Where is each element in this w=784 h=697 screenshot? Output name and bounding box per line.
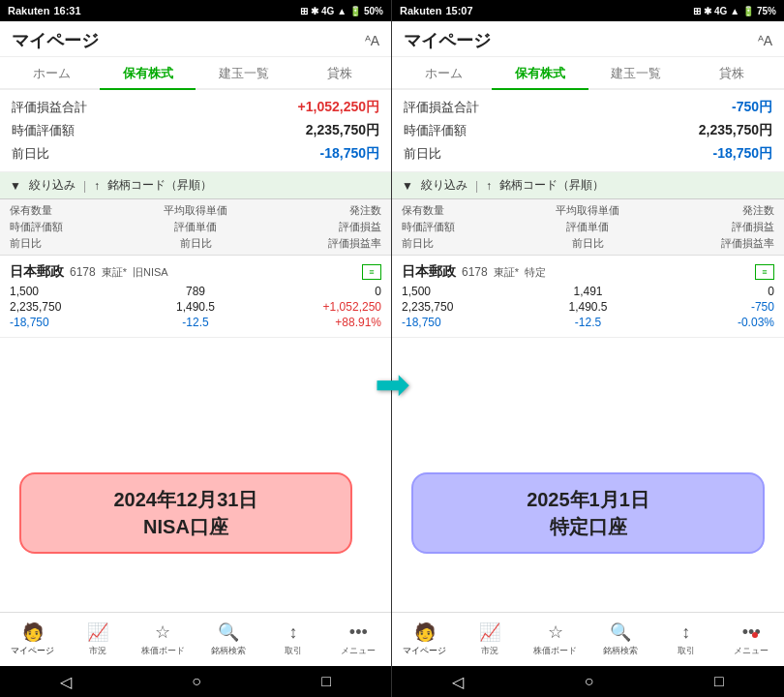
right-home-button[interactable]: ○ — [585, 673, 594, 690]
left-tab-stocks[interactable]: 保有株式 — [100, 57, 196, 88]
right-4g-icon: 4G — [714, 6, 727, 16]
left-4g-icon: 4G — [321, 6, 334, 16]
left-back-button[interactable]: ◁ — [60, 673, 72, 691]
left-col-6: 前日比 — [10, 236, 134, 251]
left-nav-menu[interactable]: ••• メニュー — [326, 622, 391, 657]
left-system-nav: ◁ ○ □ — [0, 666, 391, 697]
left-summary-value-1: 2,235,750円 — [306, 122, 379, 139]
left-bt2-icon: ✱ — [311, 6, 318, 16]
left-summary-label-2: 前日比 — [12, 145, 49, 163]
left-sort-label[interactable]: 銘柄コード（昇順） — [107, 177, 212, 194]
right-col-8: 評価損益率 — [650, 236, 774, 251]
right-tab-lending[interactable]: 貸株 — [684, 57, 780, 88]
left-col-7: 前日比 — [134, 236, 257, 251]
left-nav-trade[interactable]: ↕ 取引 — [260, 622, 325, 657]
left-summary-label-0: 評価損益合計 — [12, 99, 87, 116]
right-stock-detail-icon[interactable]: ≡ — [755, 264, 774, 280]
left-summary-row-1: 時価評価額 2,235,750円 — [12, 119, 379, 142]
right-nav-search-icon: 🔍 — [610, 621, 631, 643]
right-signal-icon: ▲ — [730, 6, 739, 16]
left-tab-lending[interactable]: 貸株 — [291, 57, 387, 88]
left-font-icon[interactable]: ᴬA — [365, 33, 379, 48]
left-nav-mypage[interactable]: 🧑 マイページ — [0, 621, 65, 657]
left-nav-market[interactable]: 📈 市況 — [65, 621, 130, 657]
left-col-2: 発注数 — [257, 203, 381, 218]
left-carrier: Rakuten — [8, 5, 49, 16]
right-col-0: 保有数量 — [402, 203, 526, 218]
left-bt-icon: ⊞ — [300, 6, 308, 16]
left-app-header: マイページ ᴬA — [0, 21, 391, 57]
right-status-icons: ⊞ ✱ 4G ▲ 🔋 75% — [693, 6, 776, 16]
right-col-1: 平均取得単価 — [526, 203, 649, 218]
left-nav-search[interactable]: 🔍 銘柄検索 — [196, 621, 260, 657]
right-sort-label[interactable]: 銘柄コード（昇順） — [499, 177, 604, 194]
right-battery-text: 🔋 75% — [742, 6, 776, 16]
right-nav-mypage-icon: 🧑 — [414, 621, 436, 643]
right-recent-button[interactable]: □ — [714, 673, 724, 690]
right-summary-label-0: 評価損益合計 — [404, 99, 479, 116]
right-overlay-area: 2025年1月1日特定口座 — [392, 338, 784, 612]
left-stock-detail-icon[interactable]: ≡ — [362, 264, 381, 280]
right-filter-bar[interactable]: ▼ 絞り込み | ↑ 銘柄コード（昇順） — [392, 172, 784, 199]
left-col-3: 時価評価額 — [10, 220, 134, 234]
right-back-button[interactable]: ◁ — [452, 673, 464, 691]
left-overlay-area: 2024年12月31日NISA口座 — [0, 338, 391, 612]
right-data-8: -0.03% — [650, 316, 774, 329]
right-app-header: マイページ ᴬA — [392, 21, 784, 57]
left-filter-bar[interactable]: ▼ 絞り込み | ↑ 銘柄コード（昇順） — [0, 172, 391, 199]
right-sort-icon: ↑ — [486, 179, 492, 193]
left-data-5: +1,052,250 — [257, 300, 381, 314]
right-summary-value-0: -750円 — [732, 99, 772, 116]
right-tab-positions[interactable]: 建玉一覧 — [588, 57, 684, 88]
right-tab-stocks[interactable]: 保有株式 — [492, 57, 588, 88]
left-filter-icon: ▼ — [10, 179, 21, 193]
left-data-2: 0 — [257, 285, 381, 298]
right-stock-name: 日本郵政 — [402, 263, 456, 281]
right-data-2: 0 — [650, 285, 774, 298]
left-tab-home[interactable]: ホーム — [4, 57, 100, 88]
right-nav-search[interactable]: 🔍 銘柄検索 — [588, 621, 654, 657]
right-nav-mypage-label: マイページ — [403, 645, 446, 657]
left-nav-search-icon: 🔍 — [218, 621, 239, 643]
right-nav-board[interactable]: ☆ 株価ボード — [523, 621, 588, 657]
right-stock-item-0[interactable]: 日本郵政 6178 東証* 特定 ≡ 1,500 1,491 0 2,235,7… — [392, 256, 784, 338]
right-status-bar: Rakuten 15:07 ⊞ ✱ 4G ▲ 🔋 75% — [392, 0, 784, 21]
left-home-button[interactable]: ○ — [192, 673, 201, 690]
right-nav-menu[interactable]: ••• メニュー — [719, 622, 785, 657]
right-nav-market-label: 市況 — [481, 645, 498, 657]
left-stock-exchange: 東証* — [102, 265, 127, 280]
left-summary: 評価損益合計 +1,052,250円 時価評価額 2,235,750円 前日比 … — [0, 90, 391, 172]
left-nav-trade-icon: ↕ — [288, 622, 297, 643]
left-col-4: 評価単価 — [134, 220, 257, 234]
right-bt2-icon: ✱ — [704, 6, 711, 16]
left-nav-trade-label: 取引 — [285, 645, 302, 657]
right-font-icon[interactable]: ᴬA — [758, 33, 772, 48]
right-filter-label[interactable]: 絞り込み — [421, 177, 467, 194]
right-overlay-label: 2025年1月1日特定口座 — [411, 472, 765, 554]
right-nav-trade-icon: ↕ — [681, 622, 690, 643]
right-app-title: マイページ — [404, 29, 491, 52]
left-summary-row-2: 前日比 -18,750円 — [12, 142, 379, 166]
left-sort-icon: ↑ — [94, 179, 100, 193]
right-stock-exchange: 東証* — [494, 265, 519, 280]
right-col-5: 評価損益 — [650, 220, 774, 234]
left-status-icons: ⊞ ✱ 4G ▲ 🔋 50% — [300, 6, 383, 16]
left-filter-divider: | — [83, 179, 86, 193]
right-nav-board-label: 株価ボード — [533, 645, 577, 657]
left-tab-positions[interactable]: 建玉一覧 — [196, 57, 291, 88]
right-nav-mypage[interactable]: 🧑 マイページ — [392, 621, 458, 657]
left-recent-button[interactable]: □ — [321, 673, 331, 690]
left-data-8: +88.91% — [257, 316, 381, 329]
left-nav-board[interactable]: ☆ 株価ボード — [131, 621, 196, 657]
right-tab-home[interactable]: ホーム — [396, 57, 492, 88]
right-stock-header: 日本郵政 6178 東証* 特定 ≡ — [402, 263, 774, 281]
left-filter-label[interactable]: 絞り込み — [29, 177, 75, 194]
right-data-4: 1,490.5 — [526, 300, 649, 314]
left-stock-name: 日本郵政 — [10, 263, 64, 281]
right-nav-trade[interactable]: ↕ 取引 — [653, 622, 719, 657]
right-filter-icon: ▼ — [402, 179, 413, 193]
left-nav-board-label: 株価ボード — [141, 645, 185, 657]
right-nav-market[interactable]: 📈 市況 — [458, 621, 524, 657]
left-stock-item-0[interactable]: 日本郵政 6178 東証* 旧NISA ≡ 1,500 789 0 2,235,… — [0, 256, 391, 338]
left-panel: Rakuten 16:31 ⊞ ✱ 4G ▲ 🔋 50% マイページ ᴬA ホー… — [0, 0, 392, 697]
